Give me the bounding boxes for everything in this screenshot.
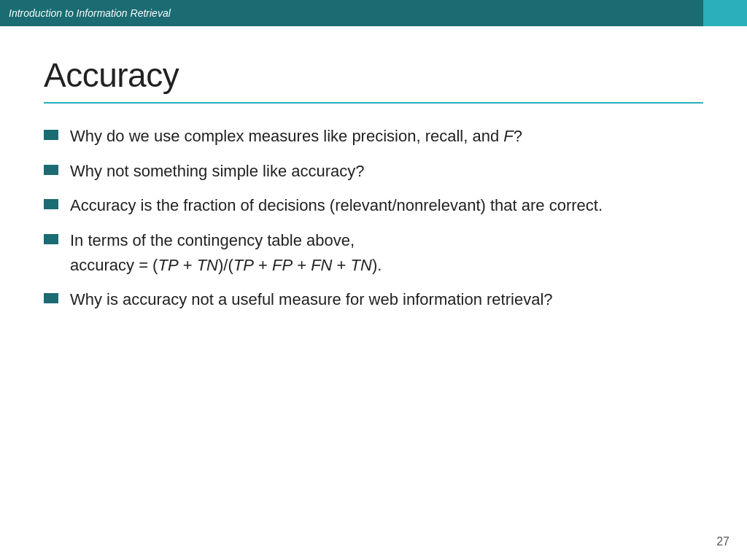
bullet-marker	[44, 130, 58, 140]
header-title: Introduction to Information Retrieval	[9, 7, 171, 19]
title-underline	[44, 102, 703, 104]
header-bar: Introduction to Information Retrieval	[0, 0, 747, 26]
bullet-marker	[44, 234, 58, 244]
slide-content: Accuracy Why do we use complex measures …	[0, 26, 747, 560]
bullet-text: Why not something simple like accuracy?	[70, 160, 703, 182]
bullet-list: Why do we use complex measures like prec…	[44, 125, 703, 311]
page-number: 27	[716, 535, 729, 548]
bullet-text: Accuracy is the fraction of decisions (r…	[70, 195, 703, 217]
bullet-marker	[44, 293, 58, 303]
list-item: In terms of the contingency table above,…	[44, 230, 703, 276]
bullet-text: Why is accuracy not a useful measure for…	[70, 289, 703, 311]
slide-title: Accuracy	[44, 55, 703, 95]
bullet-marker	[44, 199, 58, 209]
header-accent-block	[703, 0, 747, 26]
list-item: Why not something simple like accuracy?	[44, 160, 703, 182]
bullet-marker	[44, 165, 58, 175]
list-item: Accuracy is the fraction of decisions (r…	[44, 195, 703, 217]
bullet-text: Why do we use complex measures like prec…	[70, 125, 703, 147]
list-item: Why is accuracy not a useful measure for…	[44, 289, 703, 311]
formula-line: accuracy = (TP + TN)/(TP + FP + FN + TN)…	[70, 254, 703, 276]
bullet-text: In terms of the contingency table above,…	[70, 230, 703, 276]
list-item: Why do we use complex measures like prec…	[44, 125, 703, 147]
